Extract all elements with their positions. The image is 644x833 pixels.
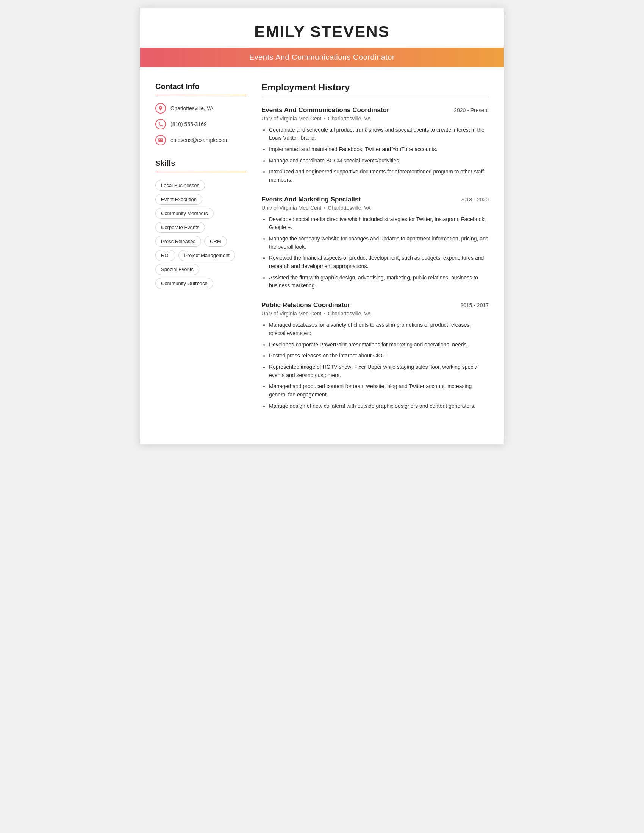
location-text: Charlottesville, VA [171,105,213,111]
skill-tags-container: Local BusinessesEvent ExecutionCommunity… [155,180,246,289]
skill-tag: Corporate Events [155,222,205,233]
skills-section: Skills Local BusinessesEvent ExecutionCo… [155,159,246,289]
skills-section-title: Skills [155,159,246,168]
main-content: Employment History Events And Communicat… [261,82,489,421]
skill-tag: ROI [155,250,175,261]
job-bullet: Assisted the firm with graphic design, a… [269,274,489,290]
job-dates: 2015 - 2017 [460,302,489,308]
job-entry: Events And Communications Coordinator202… [261,106,489,184]
skill-tag: Press Releases [155,236,201,247]
job-bullets: Coordinate and schedule all product trun… [261,126,489,184]
job-bullet: Managed databases for a variety of clien… [269,321,489,338]
candidate-name: EMILY STEVENS [155,23,489,41]
contact-section-title: Contact Info [155,82,246,91]
skill-tag: Community Members [155,208,214,219]
job-title: Events And Communications Coordinator [261,106,390,114]
job-bullets: Developed social media directive which i… [261,215,489,290]
job-entry: Public Relations Coordinator2015 - 2017U… [261,301,489,410]
email-icon [155,135,166,145]
job-header: Events And Communications Coordinator202… [261,106,489,114]
resume-header: EMILY STEVENS [140,8,504,41]
job-header: Events And Marketing Specialist2018 - 20… [261,196,489,203]
job-bullet: Managed and produced content for team we… [269,383,489,399]
job-bullet: Developed social media directive which i… [269,215,489,232]
job-bullet: Posted press releases on the internet ab… [269,352,489,360]
resume-page: EMILY STEVENS Events And Communications … [140,8,504,444]
contact-phone: (810) 555-3169 [155,119,246,130]
email-text: estevens@example.com [171,137,229,143]
skill-tag: Local Businesses [155,180,205,191]
job-bullet: Represented image of HGTV show: Fixer Up… [269,363,489,380]
phone-icon [155,119,166,130]
job-bullet: Coordinate and schedule all product trun… [269,126,489,142]
employment-divider [261,96,489,97]
location-icon [155,103,166,114]
job-dates: 2020 - Present [454,107,489,113]
jobs-container: Events And Communications Coordinator202… [261,106,489,410]
job-bullet: Manage design of new collateral with out… [269,402,489,410]
job-dates: 2018 - 2020 [460,196,489,203]
job-bullet: Manage the company website for changes a… [269,235,489,251]
job-bullet: Manage and coordinate BGCM special event… [269,157,489,165]
contact-location: Charlottesville, VA [155,103,246,114]
job-bullet: Implemented and maintained Facebook, Twi… [269,145,489,154]
title-banner: Events And Communications Coordinator [140,48,504,67]
job-company: Univ of Virginia Med Cent•Charlottesvill… [261,116,489,122]
contact-email: estevens@example.com [155,135,246,145]
skills-divider [155,172,246,172]
job-bullet: Reviewed the financial aspects of produc… [269,254,489,270]
job-title: Public Relations Coordinator [261,301,350,309]
job-entry: Events And Marketing Specialist2018 - 20… [261,196,489,290]
job-header: Public Relations Coordinator2015 - 2017 [261,301,489,309]
employment-section-title: Employment History [261,82,489,93]
phone-text: (810) 555-3169 [171,121,207,127]
job-company: Univ of Virginia Med Cent•Charlottesvill… [261,205,489,211]
body-layout: Contact Info Charlottesville, VA (810) 5… [140,67,504,421]
skill-tag: CRM [204,236,227,247]
job-bullet: Introduced and engineered supportive doc… [269,168,489,184]
skill-tag: Special Events [155,264,199,275]
skill-tag: Event Execution [155,194,202,205]
contact-divider [155,95,246,95]
sidebar: Contact Info Charlottesville, VA (810) 5… [155,82,246,421]
job-bullets: Managed databases for a variety of clien… [261,321,489,410]
job-title: Events And Marketing Specialist [261,196,361,203]
job-company: Univ of Virginia Med Cent•Charlottesvill… [261,310,489,317]
skill-tag: Community Outreach [155,278,213,289]
skill-tag: Project Management [179,250,235,261]
job-bullet: Developed corporate PowerPoint presentat… [269,341,489,349]
job-title-banner: Events And Communications Coordinator [249,53,395,61]
